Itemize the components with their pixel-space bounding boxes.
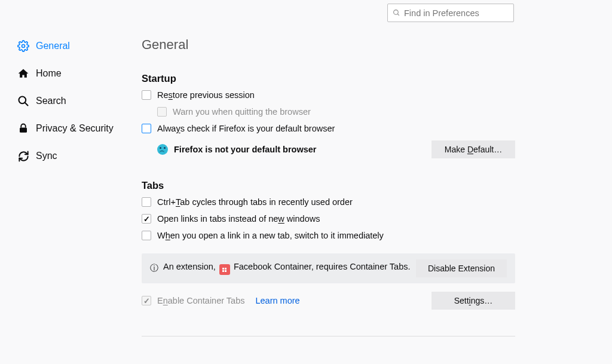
section-divider (142, 336, 515, 337)
make-default-button[interactable]: Make Default… (432, 140, 515, 158)
container-tabs-row: Enable Container Tabs Learn more Setting… (142, 292, 515, 310)
sidebar-item-label: Privacy & Security (36, 123, 114, 134)
sidebar-item-privacy[interactable]: Privacy & Security (17, 122, 114, 135)
extension-notice: ⓘ An extension, Facebook Container, requ… (142, 253, 515, 283)
sync-icon (17, 149, 30, 163)
always-check-row[interactable]: Always check if Firefox is your default … (142, 124, 515, 133)
openlinks-row[interactable]: Open links in tabs instead of new window… (142, 214, 515, 224)
search-input[interactable] (404, 8, 517, 18)
page-title: General (142, 37, 515, 53)
ctrltab-row[interactable]: Ctrl+Tab cycles through tabs in recently… (142, 197, 515, 207)
restore-session-checkbox[interactable] (142, 90, 151, 100)
section-tabs-title: Tabs (142, 180, 515, 191)
sidebar: General Home Search Privacy & Security S… (17, 39, 114, 163)
sidebar-item-search[interactable]: Search (17, 94, 114, 108)
sidebar-item-label: General (36, 41, 70, 51)
info-icon: ⓘ (150, 263, 158, 274)
default-browser-row: Firefox is not your default browser Make… (157, 140, 515, 158)
search-icon (393, 9, 400, 17)
not-default-text: Firefox is not your default browser (174, 145, 432, 154)
sidebar-item-label: Search (36, 96, 66, 106)
switchtab-row[interactable]: When you open a link in a new tab, switc… (142, 231, 515, 240)
svg-rect-5 (20, 128, 27, 133)
home-icon (17, 67, 30, 80)
svg-line-1 (397, 14, 399, 16)
disable-extension-button[interactable]: Disable Extension (416, 259, 507, 277)
container-settings-button[interactable]: Settings… (432, 292, 515, 310)
svg-line-4 (25, 103, 28, 106)
openlinks-checkbox[interactable] (142, 214, 151, 224)
extension-notice-text: An extension, Facebook Container, requir… (163, 262, 411, 276)
warn-quit-label: Warn you when quitting the browser (173, 107, 515, 117)
sidebar-item-sync[interactable]: Sync (17, 149, 114, 163)
sidebar-item-label: Sync (36, 151, 57, 161)
learn-more-link[interactable]: Learn more (255, 296, 299, 305)
extension-icon (219, 264, 230, 275)
container-tabs-label: Enable Container Tabs (157, 296, 244, 305)
openlinks-label: Open links in tabs instead of new window… (157, 214, 515, 224)
always-check-checkbox[interactable] (142, 124, 151, 133)
always-check-label: Always check if Firefox is your default … (157, 124, 515, 133)
warn-quit-checkbox (157, 107, 167, 117)
gear-icon (17, 39, 30, 53)
lock-icon (17, 122, 30, 135)
switchtab-label: When you open a link in a new tab, switc… (157, 231, 515, 240)
ctrltab-checkbox[interactable] (142, 197, 151, 207)
svg-point-0 (394, 10, 399, 15)
container-tabs-checkbox (142, 296, 151, 305)
main-content: General Startup Restore previous session… (142, 37, 515, 337)
sad-face-icon (157, 144, 168, 155)
warn-quit-row: Warn you when quitting the browser (157, 107, 515, 117)
restore-session-label: Restore previous session (157, 90, 515, 100)
section-startup-title: Startup (142, 73, 515, 84)
search-bar[interactable] (387, 4, 514, 22)
sidebar-item-general[interactable]: General (17, 39, 114, 53)
search-icon (17, 94, 30, 108)
sidebar-item-home[interactable]: Home (17, 67, 114, 80)
restore-session-row[interactable]: Restore previous session (142, 90, 515, 100)
switchtab-checkbox[interactable] (142, 231, 151, 240)
sidebar-item-label: Home (36, 68, 62, 79)
svg-point-2 (22, 45, 25, 48)
ctrltab-label: Ctrl+Tab cycles through tabs in recently… (157, 197, 515, 207)
